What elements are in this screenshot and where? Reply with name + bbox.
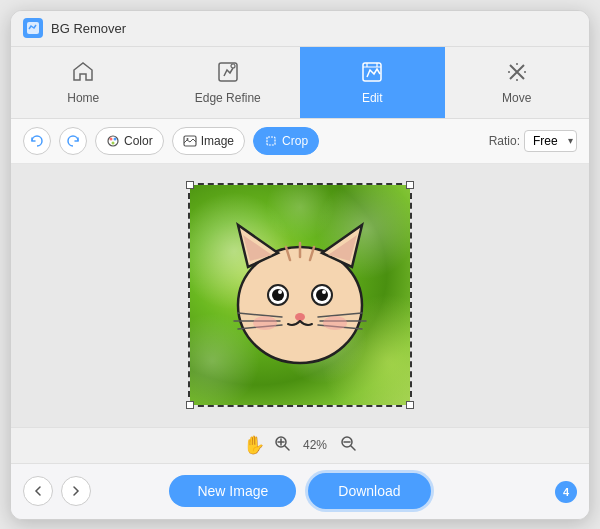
tab-move-label: Move: [502, 91, 531, 105]
edit-icon: [360, 60, 384, 87]
svg-point-2: [231, 64, 235, 68]
svg-point-33: [323, 316, 347, 330]
color-button[interactable]: Color: [95, 127, 164, 155]
svg-point-20: [272, 289, 284, 301]
image-container: [190, 185, 410, 405]
svg-point-23: [316, 289, 328, 301]
color-label: Color: [124, 134, 153, 148]
notification-badge: 4: [555, 481, 577, 503]
home-icon: [71, 60, 95, 87]
crop-label: Crop: [282, 134, 308, 148]
svg-point-24: [322, 290, 326, 294]
ratio-wrapper[interactable]: Free 1:1 4:3 16:9 3:2: [524, 130, 577, 152]
download-button[interactable]: Download: [308, 473, 430, 509]
redo-button[interactable]: [59, 127, 87, 155]
cat-image: [190, 185, 410, 405]
svg-point-21: [278, 290, 282, 294]
app-title: BG Remover: [51, 21, 126, 36]
bottom-bar: New Image Download 4: [11, 463, 589, 519]
svg-point-6: [114, 137, 117, 140]
hand-icon[interactable]: ✋: [243, 434, 265, 456]
cat-illustration: [190, 185, 410, 405]
svg-line-39: [351, 446, 355, 450]
tab-edit[interactable]: Edit: [300, 47, 445, 118]
tab-edit-label: Edit: [362, 91, 383, 105]
undo-button[interactable]: [23, 127, 51, 155]
app-icon: [23, 18, 43, 38]
next-button[interactable]: [61, 476, 91, 506]
zoom-in-icon[interactable]: [273, 434, 291, 456]
new-image-button[interactable]: New Image: [169, 475, 296, 507]
tab-edge-refine[interactable]: Edge Refine: [156, 47, 301, 118]
tab-edge-refine-label: Edge Refine: [195, 91, 261, 105]
title-bar: BG Remover: [11, 11, 589, 47]
zoom-level: 42%: [299, 438, 331, 452]
image-label: Image: [201, 134, 234, 148]
prev-button[interactable]: [23, 476, 53, 506]
svg-point-25: [295, 313, 305, 321]
zoom-out-icon[interactable]: [339, 434, 357, 456]
svg-point-11: [238, 247, 362, 363]
ratio-dropdown[interactable]: Free 1:1 4:3 16:9 3:2: [524, 130, 577, 152]
image-button[interactable]: Image: [172, 127, 245, 155]
ratio-label: Ratio:: [489, 134, 520, 148]
edge-refine-icon: [216, 60, 240, 87]
status-bar: ✋ 42%: [11, 427, 589, 463]
app-window: BG Remover Home Edge Refine: [10, 10, 590, 520]
tab-home-label: Home: [67, 91, 99, 105]
tab-move[interactable]: Move: [445, 47, 590, 118]
move-icon: [505, 60, 529, 87]
canvas-area: [11, 164, 589, 427]
nav-tabs: Home Edge Refine: [11, 47, 589, 119]
svg-point-5: [110, 137, 113, 140]
crop-button[interactable]: Crop: [253, 127, 319, 155]
svg-rect-10: [267, 137, 275, 145]
zoom-control: ✋ 42%: [243, 434, 357, 456]
svg-point-32: [253, 316, 277, 330]
toolbar: Color Image Crop Ratio: Free 1:1 4:3: [11, 119, 589, 164]
tab-home[interactable]: Home: [11, 47, 156, 118]
ratio-control: Ratio: Free 1:1 4:3 16:9 3:2: [489, 130, 577, 152]
svg-line-35: [285, 446, 289, 450]
svg-point-7: [112, 141, 115, 144]
